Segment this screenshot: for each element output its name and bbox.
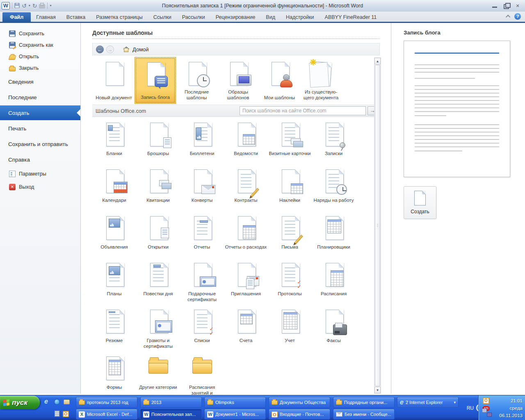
category-more-categories[interactable]: Другие категории [136, 354, 180, 401]
tab-home[interactable]: Главная [31, 12, 61, 22]
category-forms[interactable]: Формы [92, 354, 136, 401]
taskbar-button-excel[interactable]: X Microsoft Excel - Def... [76, 409, 137, 420]
category-contracts[interactable]: Контракты [224, 167, 268, 214]
category-resumes[interactable]: Резюме [92, 307, 136, 354]
taskbar-button-society-docs-folder[interactable]: Документы Общества [269, 397, 330, 408]
tile-new-document[interactable]: Новый документ [93, 57, 135, 104]
tile-from-existing[interactable]: Из существую-щего документа [300, 57, 342, 104]
category-gift-certificates[interactable]: Подарочные сертификаты [180, 260, 224, 307]
category-invitations[interactable]: Приглашения [224, 260, 268, 307]
start-button[interactable]: пуск [0, 396, 40, 409]
sidebar-item-new[interactable]: Создать [0, 105, 80, 120]
close-button[interactable]: ✕ [514, 3, 521, 9]
print-preview-icon[interactable] [39, 4, 45, 9]
taskbar-button-outlook-inbox[interactable]: O Входящие - Почтов... [269, 409, 330, 420]
category-envelopes[interactable]: Конверты [180, 167, 224, 214]
category-reports[interactable]: Отчеты [180, 214, 224, 260]
sidebar-item-print[interactable]: Печать [0, 121, 80, 136]
scroll-up-icon[interactable]: ▲ [374, 58, 381, 64]
taskbar-button-new-message[interactable]: Без имени - Сообще... [333, 409, 395, 420]
clock[interactable]: 21:01 среда 06.11.2013 [499, 397, 523, 419]
category-receipts[interactable]: Квитанции [136, 167, 180, 214]
category-faxes[interactable]: Факсы [312, 307, 356, 354]
tab-abbyy-finereader[interactable]: ABBYY FineReader 11 [320, 12, 382, 22]
category-minutes[interactable]: ✓✓Протоколы [268, 260, 312, 307]
taskbar-button-olimpoks-folder[interactable]: Olimpoks [204, 397, 266, 408]
sidebar-item-info[interactable]: Сведения [0, 74, 80, 89]
minimize-ribbon-icon[interactable] [506, 15, 510, 19]
category-schedules[interactable]: Расписания [312, 260, 356, 307]
category-invoices[interactable]: Счета [224, 307, 268, 354]
back-button[interactable]: ← [96, 46, 104, 53]
vertical-scrollbar[interactable]: ▲ ▼ [374, 57, 381, 394]
tile-my-templates[interactable]: Мои шаблоны [259, 57, 300, 104]
tab-page-layout[interactable]: Разметка страницы [91, 12, 148, 22]
taskbar-button-2013-folder[interactable]: 2013 [140, 397, 202, 408]
category-letters[interactable]: Письма [268, 214, 312, 260]
sidebar-item-close[interactable]: Закрыть [0, 62, 80, 74]
category-plans[interactable]: Планы [92, 260, 136, 307]
category-business-cards[interactable]: Визитные карточки [268, 120, 312, 167]
sidebar-item-save-send[interactable]: Сохранить и отправить [0, 136, 80, 152]
breadcrumb-home[interactable]: Домой [132, 46, 149, 52]
tile-blog-post[interactable]: Запись блога [135, 57, 176, 104]
category-labels[interactable]: Наклейки [268, 167, 312, 214]
help-icon[interactable]: ? [514, 13, 521, 20]
sidebar-item-exit[interactable]: ✕ Выход [0, 180, 80, 194]
calculator-quicklaunch-icon[interactable] [55, 411, 59, 417]
category-postcards[interactable]: Открытки [136, 214, 180, 260]
category-calendars[interactable]: Календари [92, 167, 136, 214]
scroll-down-icon[interactable]: ▼ [374, 387, 381, 393]
forward-button[interactable]: → [106, 46, 114, 53]
tab-mailings[interactable]: Рассылки [177, 12, 210, 22]
category-announcements[interactable]: Объявления [92, 214, 136, 260]
tab-file[interactable]: Файл [2, 12, 31, 22]
sidebar-item-options[interactable]: Параметры [0, 167, 80, 180]
category-expense-reports[interactable]: Отчеты о расходах [224, 214, 268, 260]
tile-sample-templates[interactable]: Образцы шаблонов [217, 57, 259, 104]
save-icon[interactable] [14, 3, 20, 8]
category-lists[interactable]: ✓✓Списки [180, 307, 224, 354]
sidebar-item-save-as[interactable]: Сохранить как [0, 39, 80, 51]
tab-view[interactable]: Вид [260, 12, 281, 22]
category-planners[interactable]: Планировщики [312, 214, 356, 260]
word-app-icon[interactable]: W [2, 2, 10, 9]
category-blanks[interactable]: Бланки [92, 120, 136, 167]
internet-explorer-quicklaunch-icon[interactable]: e [44, 398, 48, 405]
sidebar-item-save[interactable]: Сохранить [0, 28, 80, 39]
customize-qat-icon[interactable]: ▾ [50, 4, 51, 7]
category-memos[interactable]: Записки [312, 120, 356, 167]
sidebar-item-help[interactable]: Справка [0, 152, 80, 167]
category-diplomas[interactable]: Грамоты и сертификаты [136, 307, 180, 354]
undo-dropdown-icon[interactable]: ▾ [29, 4, 30, 7]
category-brochures[interactable]: Брошюры [136, 120, 180, 167]
tab-addins[interactable]: Надстройки [281, 12, 320, 22]
category-accounting[interactable]: Учет [268, 307, 312, 354]
scrollbar-thumb[interactable] [375, 65, 380, 386]
files-quicklaunch-icon[interactable] [64, 399, 70, 404]
taskbar-button-word-document1[interactable]: W Документ1 - Micros... [204, 409, 266, 420]
tab-references[interactable]: Ссылки [148, 12, 177, 22]
create-button[interactable]: Создать [404, 186, 436, 219]
tab-review[interactable]: Рецензирование [210, 12, 261, 22]
category-work-orders[interactable]: Наряды на работу [312, 167, 356, 214]
sidebar-item-recent[interactable]: Последние [0, 89, 80, 105]
taskbar-button-internet-explorer-group[interactable]: e 2 Internet Explorer ▾ [397, 397, 459, 408]
tab-insert[interactable]: Вставка [61, 12, 91, 22]
undo-icon[interactable]: ↺ [22, 2, 27, 9]
restore-button[interactable] [503, 3, 509, 9]
taskbar-button-word-active[interactable]: W Пояснительная зап... [140, 409, 202, 420]
template-search-input[interactable] [240, 106, 366, 115]
category-agendas[interactable]: Повестки дня [136, 260, 180, 307]
minimize-button[interactable] [491, 3, 498, 9]
tile-recent-templates[interactable]: Последние шаблоны [176, 57, 217, 104]
outlook-tray-icon[interactable]: O [483, 397, 489, 404]
taskbar-button-contractors-folder[interactable]: Подрядные органи... [333, 397, 395, 408]
taskbar-button-protocols-2013-folder[interactable]: протоколы 2013 год [76, 397, 137, 408]
category-statements[interactable]: Ведомости [224, 120, 268, 167]
desktop-quicklaunch-icon[interactable] [54, 399, 60, 405]
category-class-schedules[interactable]: Расписания занятий и [180, 354, 224, 401]
sidebar-item-open[interactable]: Открыть [0, 51, 80, 62]
language-indicator[interactable]: RU [467, 405, 474, 411]
outlook-quicklaunch-icon[interactable]: O [63, 411, 69, 417]
